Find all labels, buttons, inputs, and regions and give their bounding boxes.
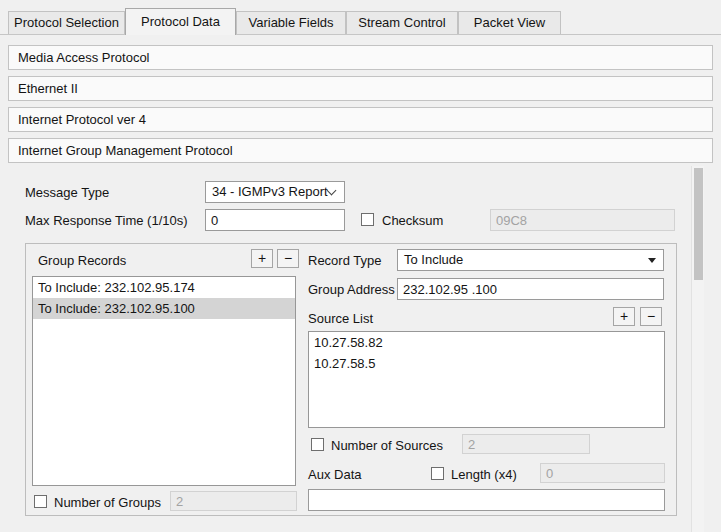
group-address-label: Group Address <box>308 281 395 299</box>
group-records-list[interactable]: To Include: 232.102.95.174 To Include: 2… <box>32 276 296 486</box>
record-type-select[interactable]: To Include <box>397 249 664 271</box>
aux-length-field <box>540 463 665 483</box>
group-record-item[interactable]: To Include: 232.102.95.174 <box>33 277 295 298</box>
add-group-record-button[interactable]: + <box>251 249 273 268</box>
group-records-label: Group Records <box>38 252 126 270</box>
source-list-label: Source List <box>308 310 373 328</box>
number-of-sources-checkbox[interactable] <box>311 438 324 451</box>
source-list-item[interactable]: 10.27.58.82 <box>309 332 664 353</box>
max-response-time-input[interactable] <box>205 209 345 231</box>
aux-length-checkbox[interactable] <box>431 467 444 480</box>
tabbar-divider <box>0 34 721 35</box>
vertical-scrollbar[interactable] <box>691 166 704 532</box>
section-media-access-protocol[interactable]: Media Access Protocol <box>8 45 713 70</box>
tab-protocol-selection[interactable]: Protocol Selection <box>8 11 125 34</box>
number-of-groups-label: Number of Groups <box>54 494 161 512</box>
tab-stream-control[interactable]: Stream Control <box>346 11 458 34</box>
checksum-label: Checksum <box>382 212 443 230</box>
tab-variable-fields[interactable]: Variable Fields <box>236 11 346 34</box>
tab-protocol-data[interactable]: Protocol Data <box>125 8 236 35</box>
message-type-value: 34 - IGMPv3 Report <box>212 184 328 199</box>
number-of-sources-field <box>462 434 590 454</box>
number-of-sources-label: Number of Sources <box>331 437 443 455</box>
tab-bar: Protocol Selection Protocol Data Variabl… <box>0 0 721 35</box>
message-type-select[interactable]: 34 - IGMPv3 Report <box>205 181 345 203</box>
group-record-item-selected[interactable]: To Include: 232.102.95.100 <box>33 298 295 319</box>
number-of-groups-checkbox[interactable] <box>34 495 47 508</box>
max-response-time-label: Max Response Time (1/10s) <box>25 212 188 230</box>
add-source-button[interactable]: + <box>613 307 635 326</box>
section-internet-protocol-v4[interactable]: Internet Protocol ver 4 <box>8 107 713 132</box>
aux-length-label: Length (x4) <box>451 466 517 484</box>
checksum-checkbox[interactable] <box>361 213 374 226</box>
source-list[interactable]: 10.27.58.82 10.27.58.5 <box>308 331 665 428</box>
record-type-value: To Include <box>404 252 463 267</box>
tab-packet-view[interactable]: Packet View <box>458 11 561 34</box>
group-address-input[interactable] <box>397 278 664 300</box>
remove-source-button[interactable]: − <box>640 307 662 326</box>
dropdown-arrow-icon <box>648 258 656 263</box>
message-type-label: Message Type <box>25 184 109 202</box>
checksum-value-field <box>490 209 675 231</box>
scrollbar-thumb[interactable] <box>694 168 703 280</box>
aux-data-input[interactable] <box>308 489 665 511</box>
aux-data-label: Aux Data <box>308 466 361 484</box>
remove-group-record-button[interactable]: − <box>277 249 299 268</box>
chevron-down-icon <box>327 186 337 196</box>
protocol-config-window: Protocol Selection Protocol Data Variabl… <box>0 0 721 532</box>
source-list-item[interactable]: 10.27.58.5 <box>309 353 664 374</box>
section-ethernet-ii[interactable]: Ethernet II <box>8 76 713 101</box>
section-igmp[interactable]: Internet Group Management Protocol <box>8 138 713 163</box>
number-of-groups-field <box>170 491 297 511</box>
record-type-label: Record Type <box>308 252 381 270</box>
